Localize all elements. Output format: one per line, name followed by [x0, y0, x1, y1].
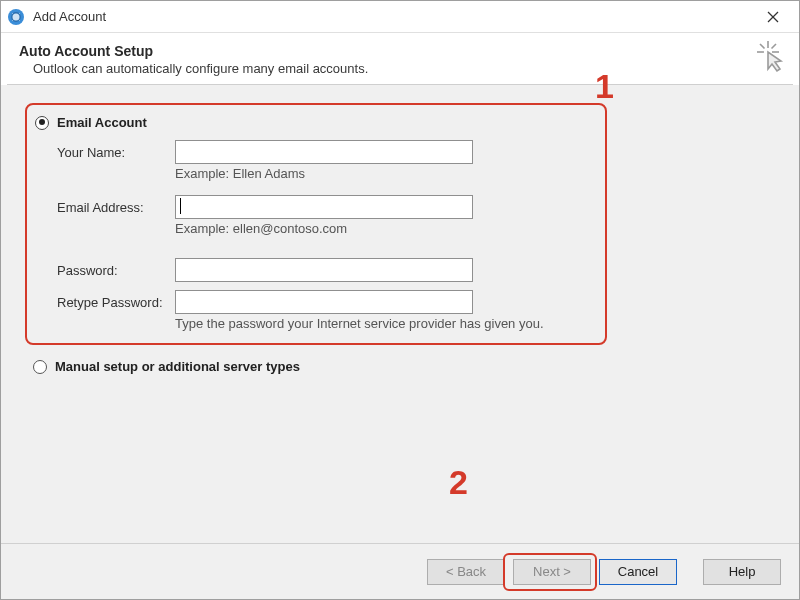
- radio-manual-setup-label: Manual setup or additional server types: [55, 359, 300, 374]
- svg-line-8: [772, 44, 777, 49]
- account-form: Your Name: Example: Ellen Adams Email Ad…: [57, 140, 593, 331]
- radio-icon: [35, 116, 49, 130]
- hint-email: Example: ellen@contoso.com: [175, 221, 593, 236]
- email-input-wrap: [175, 195, 473, 219]
- close-icon: [767, 11, 779, 23]
- hint-password: Type the password your Internet service …: [175, 316, 593, 331]
- radio-email-account[interactable]: Email Account: [35, 115, 593, 130]
- radio-icon: [33, 360, 47, 374]
- wizard-subtitle: Outlook can automatically configure many…: [33, 61, 781, 76]
- add-account-dialog: Add Account Auto Account Setup Outlook c…: [0, 0, 800, 600]
- label-email: Email Address:: [57, 200, 175, 215]
- back-button[interactable]: < Back: [427, 559, 505, 585]
- cancel-button[interactable]: Cancel: [599, 559, 677, 585]
- retype-password-input[interactable]: [175, 290, 473, 314]
- next-button[interactable]: Next >: [513, 559, 591, 585]
- your-name-input[interactable]: [175, 140, 473, 164]
- hint-your-name: Example: Ellen Adams: [175, 166, 593, 181]
- titlebar: Add Account: [1, 1, 799, 33]
- wizard-body: 1 Email Account Your Name: Example: Elle…: [1, 85, 799, 543]
- close-button[interactable]: [753, 3, 793, 31]
- label-your-name: Your Name:: [57, 145, 175, 160]
- wizard-title: Auto Account Setup: [19, 43, 781, 59]
- annotation-2: 2: [449, 463, 468, 502]
- outlook-icon: [7, 8, 25, 26]
- svg-line-7: [760, 44, 765, 49]
- row-email: Email Address:: [57, 195, 593, 219]
- label-retype-password: Retype Password:: [57, 295, 175, 310]
- row-retype-password: Retype Password:: [57, 290, 593, 314]
- wizard-header: Auto Account Setup Outlook can automatic…: [1, 33, 799, 84]
- radio-email-account-label: Email Account: [57, 115, 147, 130]
- row-password: Password:: [57, 258, 593, 282]
- row-your-name: Your Name:: [57, 140, 593, 164]
- password-input[interactable]: [175, 258, 473, 282]
- radio-manual-setup[interactable]: Manual setup or additional server types: [33, 359, 775, 374]
- window-title: Add Account: [33, 9, 753, 24]
- email-account-group: Email Account Your Name: Example: Ellen …: [25, 103, 607, 345]
- help-button[interactable]: Help: [703, 559, 781, 585]
- wizard-footer: < Back Next > Cancel Help: [1, 543, 799, 599]
- label-password: Password:: [57, 263, 175, 278]
- email-input[interactable]: [175, 195, 473, 219]
- text-caret: [180, 198, 181, 214]
- click-cursor-icon: [753, 39, 787, 73]
